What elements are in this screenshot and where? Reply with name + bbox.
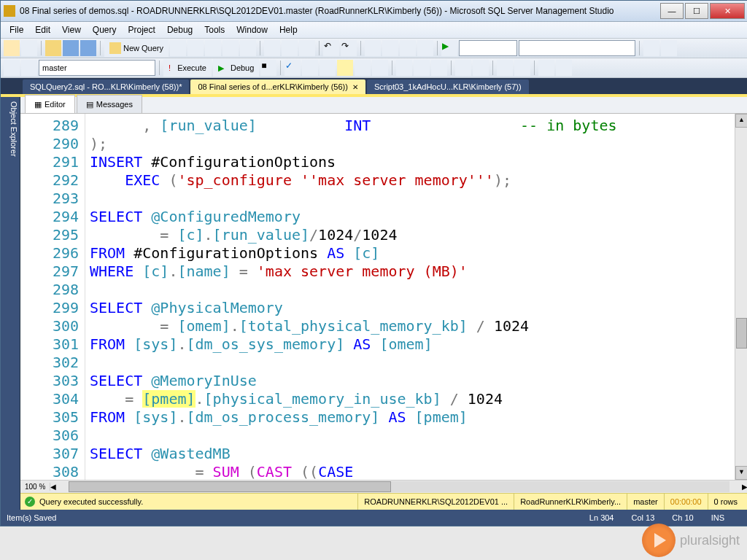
status-time: 00:00:00 <box>664 494 708 510</box>
status-ins: INS <box>711 513 724 522</box>
messages-icon: ▤ <box>86 100 93 109</box>
status-ch: Ch 10 <box>672 513 693 522</box>
menu-edit[interactable]: Edit <box>29 23 56 36</box>
vertical-scrollbar[interactable]: ▲ ▼ <box>735 114 747 480</box>
db-engine-query-icon[interactable] <box>170 40 186 56</box>
activity-icon[interactable] <box>417 40 433 56</box>
status-ln: Ln 304 <box>589 513 614 522</box>
uncomment-icon[interactable] <box>473 60 489 76</box>
analysis-query-icon[interactable] <box>187 40 204 56</box>
copy-icon[interactable] <box>282 40 298 56</box>
scroll-thumb[interactable] <box>736 318 747 349</box>
scroll-down-icon[interactable]: ▼ <box>735 466 747 480</box>
undo-icon[interactable]: ↶ <box>323 40 339 56</box>
zoom-combo[interactable]: 100 % <box>20 483 50 491</box>
doc-tab-0[interactable]: SQLQuery2.sql - RO...KLR\Kimberly (58))* <box>23 79 189 94</box>
scroll-right-icon[interactable]: ▶ <box>742 483 747 491</box>
doc-tab-2[interactable]: Script03_1kAdHocU...KLR\Kimberly (57)) <box>367 79 529 94</box>
scroll-left-icon[interactable]: ◀ <box>50 483 56 491</box>
object-explorer-tab[interactable]: Object Explorer <box>1 97 20 510</box>
debug-button[interactable]: ▶ Debug <box>213 59 259 77</box>
estimated-plan-icon[interactable] <box>302 60 318 76</box>
start-icon[interactable]: ▶ <box>441 40 457 56</box>
code-area[interactable]: , [run_value] INT -- in bytes);INSERT #C… <box>85 114 735 480</box>
specify-values-icon[interactable] <box>538 60 554 76</box>
maximize-button[interactable]: ☐ <box>685 3 708 19</box>
intellisense-icon[interactable] <box>337 60 353 76</box>
paste-icon[interactable] <box>299 40 315 56</box>
cut-icon[interactable] <box>264 40 280 56</box>
menu-help[interactable]: Help <box>274 23 303 36</box>
comment-icon[interactable] <box>455 60 471 76</box>
horizontal-scrollbar[interactable] <box>69 481 729 492</box>
titlebar[interactable]: 08 Final series of demos.sql - ROADRUNNE… <box>1 1 747 22</box>
query-status-bar: ✓ Query executed successfully. ROADRUNNE… <box>20 493 747 510</box>
parse-icon[interactable]: ✓ <box>285 60 301 76</box>
menu-tools[interactable]: Tools <box>198 23 231 36</box>
menu-debug[interactable]: Debug <box>161 23 198 36</box>
menu-window[interactable]: Window <box>231 23 274 36</box>
save-icon[interactable] <box>63 40 79 56</box>
actual-plan-icon[interactable] <box>355 60 371 76</box>
app-icon <box>4 5 15 17</box>
editor-tab[interactable]: ▦Editor <box>25 95 75 113</box>
save-all-icon[interactable] <box>80 40 96 56</box>
xmla-query-icon[interactable] <box>240 40 256 56</box>
status-user: RoadRunnerKLR\Kimberly... <box>514 494 627 510</box>
doc-tab-1[interactable]: 08 Final series of d...erKLR\Kimberly (5… <box>190 79 365 94</box>
document-tabs: SQLQuery2.sql - RO...KLR\Kimberly (58))*… <box>1 78 747 94</box>
outdent-icon[interactable] <box>514 60 530 76</box>
status-saved: Item(s) Saved <box>7 513 56 522</box>
help-icon[interactable] <box>661 40 677 56</box>
line-gutter: 2892902912922932942952962972982993003013… <box>20 114 85 480</box>
template-icon[interactable] <box>556 60 572 76</box>
messages-tab[interactable]: ▤Messages <box>77 95 142 113</box>
redo-icon[interactable]: ↷ <box>341 40 357 56</box>
registered-servers-icon[interactable] <box>643 40 659 56</box>
status-rows: 0 rows <box>708 494 743 510</box>
editor-tabs: ▦Editor ▤Messages <box>20 97 747 114</box>
solution-config-combo[interactable] <box>459 40 517 56</box>
menu-project[interactable]: Project <box>123 23 161 36</box>
mdx-query-icon[interactable] <box>205 40 221 56</box>
execute-button[interactable]: ! Execute <box>163 59 212 77</box>
minimize-button[interactable]: — <box>660 3 684 19</box>
code-editor[interactable]: 2892902912922932942952962972982993003013… <box>20 114 747 480</box>
nav-back-icon[interactable] <box>365 40 381 56</box>
ssms-window: 08 Final series of demos.sql - ROADRUNNE… <box>0 0 747 526</box>
sql-icon: ▦ <box>34 100 42 109</box>
indent-icon[interactable] <box>497 60 513 76</box>
menubar: File Edit View Query Project Debug Tools… <box>1 22 747 39</box>
close-icon[interactable]: ✕ <box>352 83 358 91</box>
scroll-up-icon[interactable]: ▲ <box>735 114 747 128</box>
status-db: master <box>627 494 664 510</box>
hscroll-thumb[interactable] <box>69 481 391 492</box>
status-col: Col 13 <box>632 513 655 522</box>
results-grid-icon[interactable] <box>414 60 430 76</box>
status-message: Query executed successfully. <box>39 497 143 506</box>
client-stats-icon[interactable] <box>372 60 388 76</box>
database-combo[interactable]: master <box>39 60 155 76</box>
new-project-icon[interactable] <box>4 40 20 56</box>
close-button[interactable]: ✕ <box>710 3 745 19</box>
cancel-query-icon[interactable]: ■ <box>260 60 276 76</box>
find-combo[interactable] <box>519 40 635 56</box>
change-connection-icon[interactable] <box>21 60 37 76</box>
open-icon[interactable] <box>45 40 61 56</box>
results-file-icon[interactable] <box>431 60 447 76</box>
window-title: 08 Final series of demos.sql - ROADRUNNE… <box>20 6 660 16</box>
results-text-icon[interactable] <box>396 60 412 76</box>
dmx-query-icon[interactable] <box>222 40 239 56</box>
props-icon[interactable] <box>400 40 416 56</box>
add-item-icon[interactable] <box>21 40 37 56</box>
new-query-button[interactable]: New Query <box>104 39 169 57</box>
menu-query[interactable]: Query <box>87 23 123 36</box>
success-icon: ✓ <box>25 497 35 507</box>
menu-file[interactable]: File <box>4 23 29 36</box>
menu-view[interactable]: View <box>56 23 87 36</box>
zoom-bar: 100 % ◀ ▶ <box>20 480 747 493</box>
status-server: ROADRUNNERKLR\SQL2012DEV01 ... <box>357 494 514 510</box>
query-options-icon[interactable] <box>320 60 336 76</box>
nav-fwd-icon[interactable] <box>382 40 398 56</box>
connect-icon[interactable] <box>4 60 20 76</box>
